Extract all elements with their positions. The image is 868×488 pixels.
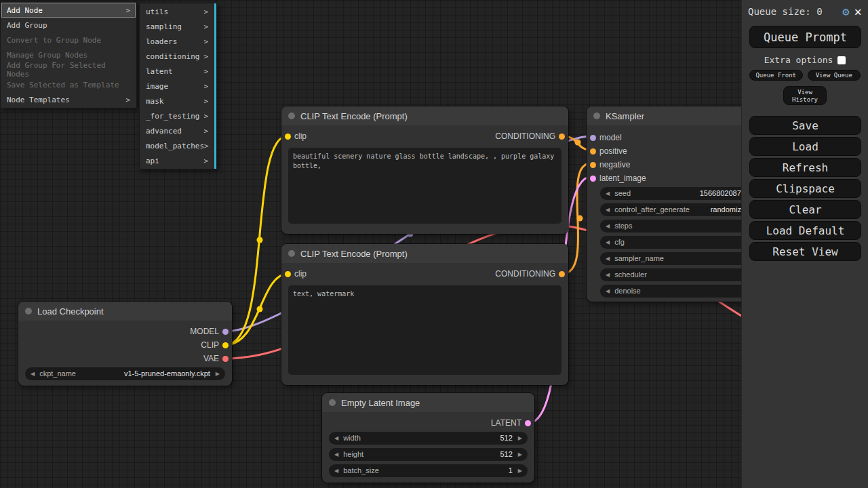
node-ksampler[interactable]: KSampler model positive negative latent_… [587,106,763,302]
decrement-icon[interactable]: ◀ [606,272,610,278]
prompt-textarea[interactable]: beautiful scenery nature glass bottle la… [288,148,561,224]
model-output-dot[interactable] [222,329,229,335]
node-load-checkpoint[interactable]: Load Checkpoint MODEL CLIP VAE ◀ ckpt_na… [18,302,232,386]
vae-output-label: VAE [203,354,219,363]
model-input-dot[interactable] [590,135,596,141]
next-option-icon[interactable]: ▶ [216,371,220,377]
decrement-icon[interactable]: ◀ [334,435,338,441]
save-button[interactable]: Save [749,116,861,135]
collapse-dot-icon[interactable] [288,250,295,257]
submenu-item-utils[interactable]: utils > [140,4,216,19]
decrement-icon[interactable]: ◀ [606,256,610,262]
menu-item-add-node[interactable]: Add Node > [1,3,136,18]
view-queue-button[interactable]: View Queue [808,70,861,81]
denoise-widget[interactable]: ◀ denoise [587,283,763,299]
decrement-icon[interactable]: ◀ [606,207,610,213]
refresh-button[interactable]: Refresh [749,158,861,177]
positive-input-label: positive [599,146,627,156]
comfy-menu-panel: Queue size: 0 ⚙ × Queue Prompt Extra opt… [741,0,868,488]
submenu-item-image[interactable]: image > [140,79,216,94]
submenu-item-sampling[interactable]: sampling > [140,19,216,34]
latent-image-input-dot[interactable] [590,176,596,182]
node-header[interactable]: KSampler [587,106,763,125]
conditioning-output-dot[interactable] [559,134,565,140]
queue-prompt-button[interactable]: Queue Prompt [749,26,861,48]
submenu-item-latent[interactable]: latent > [140,64,216,79]
seed-widget[interactable]: ◀ seed 1566802087 ▶ [587,185,763,201]
decrement-icon[interactable]: ◀ [334,451,338,458]
model-input-label: model [599,133,622,142]
collapse-dot-icon[interactable] [288,113,295,119]
load-button[interactable]: Load [749,137,861,156]
latent-output-dot[interactable] [525,420,531,426]
prev-option-icon[interactable]: ◀ [31,371,35,377]
node-title: CLIP Text Encode (Prompt) [300,249,408,259]
reset-view-button[interactable]: Reset View [749,242,861,261]
clip-input-dot[interactable] [285,134,291,140]
queue-size-label: Queue size: 0 [748,6,837,17]
submenu-item-api[interactable]: api > [140,153,216,168]
wire-midpoint-dot [257,237,263,243]
cfg-widget[interactable]: ◀ cfg [587,234,763,250]
submenu-item-loaders[interactable]: loaders > [140,34,216,49]
height-widget[interactable]: ◀ height 512 ▶ [322,446,534,462]
clip-input-dot[interactable] [285,271,291,277]
submenu-item-advanced[interactable]: advanced > [140,123,216,138]
decrement-icon[interactable]: ◀ [334,468,338,474]
batch-size-widget[interactable]: ◀ batch_size 1 ▶ [322,462,534,479]
node-empty-latent-image[interactable]: Empty Latent Image LATENT ◀ width 512 ▶ … [322,393,534,483]
node-header[interactable]: Load Checkpoint [18,302,232,321]
submenu-arrow-icon: > [203,127,208,136]
decrement-icon[interactable]: ◀ [606,190,610,197]
vae-output-dot[interactable] [222,356,229,362]
clip-input-label: clip [294,269,307,279]
extra-options-checkbox[interactable] [837,56,846,64]
conditioning-output-dot[interactable] [559,271,565,277]
decrement-icon[interactable]: ◀ [606,239,610,245]
positive-input-dot[interactable] [590,148,596,155]
menu-item-node-templates[interactable]: Node Templates > [1,92,136,107]
clear-button[interactable]: Clear [749,200,861,219]
decrement-icon[interactable]: ◀ [606,288,610,294]
node-clip-text-encode-2[interactable]: CLIP Text Encode (Prompt) clip CONDITION… [281,244,568,385]
clip-output-dot[interactable] [222,342,229,348]
control-after-generate-widget[interactable]: ◀ control_after_generate randomize [587,201,763,218]
node-header[interactable]: CLIP Text Encode (Prompt) [281,106,568,125]
node-header[interactable]: Empty Latent Image [322,393,534,412]
collapse-dot-icon[interactable] [25,308,32,314]
increment-icon[interactable]: ▶ [518,468,522,474]
steps-widget[interactable]: ◀ steps [587,218,763,234]
submenu-item-for-testing[interactable]: _for_testing > [140,108,216,123]
submenu-arrow-icon: > [203,52,208,61]
width-widget[interactable]: ◀ width 512 ▶ [322,430,534,446]
ckpt-name-widget[interactable]: ◀ ckpt_name v1-5-pruned-emaonly.ckpt ▶ [18,365,232,382]
add-node-submenu: utils > sampling > loaders > conditionin… [139,3,217,169]
wire-midpoint-dot [575,140,581,146]
submenu-arrow-icon: > [125,6,130,15]
negative-input-dot[interactable] [590,162,596,168]
collapse-dot-icon[interactable] [329,399,336,406]
submenu-item-mask[interactable]: mask > [140,94,216,108]
submenu-item-model-patches[interactable]: model_patches > [140,138,216,153]
submenu-arrow-icon: > [203,82,208,91]
negative-input-label: negative [599,160,630,169]
close-icon[interactable]: × [854,5,862,18]
load-default-button[interactable]: Load Default [749,221,861,240]
settings-gear-icon[interactable]: ⚙ [842,5,849,18]
clipspace-button[interactable]: Clipspace [749,179,861,198]
collapse-dot-icon[interactable] [593,113,600,119]
submenu-arrow-icon: > [203,37,208,46]
increment-icon[interactable]: ▶ [518,451,522,458]
node-header[interactable]: CLIP Text Encode (Prompt) [281,244,568,263]
decrement-icon[interactable]: ◀ [606,223,610,229]
menu-item-add-group[interactable]: Add Group [1,18,136,33]
node-clip-text-encode-1[interactable]: CLIP Text Encode (Prompt) clip CONDITION… [281,106,568,234]
prompt-textarea[interactable]: text, watermark [288,285,561,375]
queue-front-button[interactable]: Queue Front [749,70,803,81]
scheduler-widget[interactable]: ◀ scheduler [587,266,763,283]
increment-icon[interactable]: ▶ [518,435,522,441]
submenu-item-conditioning[interactable]: conditioning > [140,49,216,64]
view-history-button[interactable]: View History [783,86,827,105]
submenu-arrow-icon: > [203,7,208,16]
sampler-name-widget[interactable]: ◀ sampler_name [587,250,763,266]
